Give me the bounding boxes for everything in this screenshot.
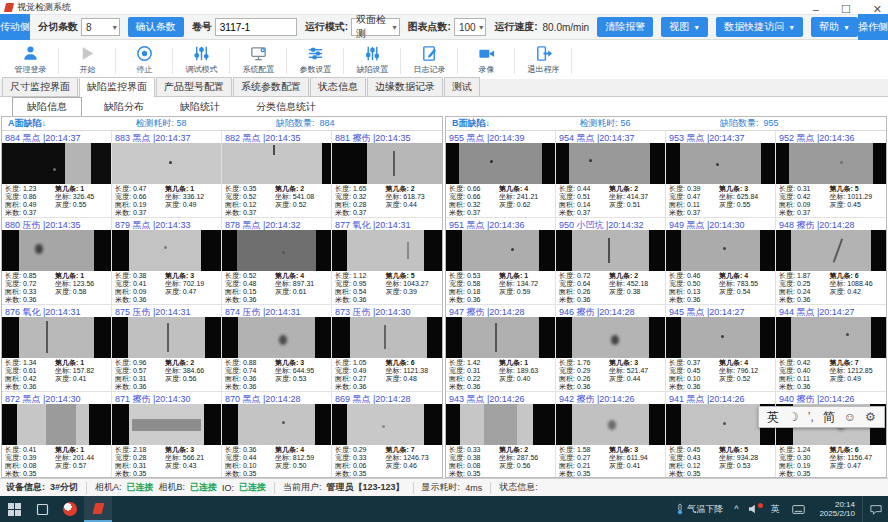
taskbar-weather-widget[interactable]: 气温下降: [670, 503, 729, 516]
roll-number-input[interactable]: [215, 18, 297, 36]
divider: [274, 482, 275, 494]
defect-cell[interactable]: 879 黑点 |20:14:33长度: 0.38宽度: 0.41面积: 0.09…: [112, 218, 222, 305]
image-edge: [761, 143, 775, 184]
image-edge: [776, 143, 789, 184]
start-button[interactable]: [0, 496, 28, 522]
image-edge: [871, 230, 886, 271]
subtab-classification-statistics[interactable]: 分类信息统计: [242, 98, 330, 116]
taskbar-app-browser[interactable]: [56, 496, 84, 522]
defect-settings-button[interactable]: 缺陷设置: [344, 42, 401, 78]
defect-cell[interactable]: 946 擦伤 |20:14:28长度: 1.76宽度: 0.29面积: 0.26…: [556, 305, 666, 392]
image-edge: [446, 404, 460, 445]
tab-size-monitor[interactable]: 尺寸监控界面: [2, 77, 78, 96]
data-quick-access-menu-button[interactable]: 数据快捷访问▼: [716, 17, 803, 37]
ime-simplified-toggle[interactable]: 简: [823, 409, 835, 426]
defect-cell[interactable]: 945 黑点 |20:14:27长度: 0.37宽度: 0.45面积: 0.10…: [666, 305, 776, 392]
defect-cell[interactable]: 953 黑点 |20:14:37长度: 0.39宽度: 0.47面积: 0.11…: [666, 131, 776, 218]
taskbar-clock[interactable]: 20:14 2025/2/10: [812, 500, 862, 518]
admin-login-button[interactable]: 管理登录: [2, 42, 59, 78]
subtab-defect-distribution[interactable]: 缺陷分布: [90, 98, 158, 116]
defect-cell[interactable]: 952 黑点 |20:14:36长度: 0.31宽度: 0.42面积: 0.09…: [776, 131, 886, 218]
tab-defect-monitor[interactable]: 缺陷监控界面: [79, 77, 155, 97]
defect-cell[interactable]: 878 黑点 |20:14:32长度: 0.52宽度: 0.48面积: 0.15…: [222, 218, 332, 305]
subtab-defect-statistics[interactable]: 缺陷统计: [166, 98, 234, 116]
emoji-icon[interactable]: ☺: [844, 410, 856, 424]
defect-cell[interactable]: 954 黑点 |20:14:37长度: 0.44宽度: 0.51面积: 0.14…: [556, 131, 666, 218]
defect-image: [332, 230, 442, 271]
split-count-select[interactable]: 8▾: [81, 18, 120, 36]
defect-cell[interactable]: 881 擦伤 |20:14:35长度: 1.65宽度: 0.32面积: 0.28…: [332, 131, 442, 218]
defect-cell[interactable]: 955 黑点 |20:14:39长度: 0.66宽度: 0.66面积: 0.32…: [446, 131, 556, 218]
gear-icon[interactable]: ⚙: [865, 410, 876, 424]
defect-cell[interactable]: 940 擦伤 |20:14:26长度: 1.24宽度: 0.30面积: 0.19…: [776, 392, 886, 478]
maximize-button[interactable]: ☐: [841, 4, 851, 15]
defect-image: [446, 317, 555, 358]
tab-status-info[interactable]: 状态信息: [310, 77, 366, 96]
stop-button[interactable]: 停止: [116, 42, 173, 78]
run-mode-select[interactable]: 双面检测▾: [351, 18, 399, 36]
defect-cell[interactable]: 949 黑点 |20:14:30长度: 0.46宽度: 0.50面积: 0.13…: [666, 218, 776, 305]
defect-cell[interactable]: 869 黑点 |20:14:28长度: 0.29宽度: 0.33面积: 0.06…: [332, 392, 442, 478]
volume-button[interactable]: [743, 504, 765, 514]
defect-cell[interactable]: 870 黑点 |20:14:28长度: 0.36宽度: 0.44面积: 0.10…: [222, 392, 332, 478]
defect-cell[interactable]: 875 压伤 |20:14:31长度: 0.96宽度: 0.57面积: 0.31…: [112, 305, 222, 392]
debug-mode-button[interactable]: 调试模式: [173, 42, 230, 78]
tab-system-param-config[interactable]: 系统参数配置: [233, 77, 309, 96]
defect-cell[interactable]: 947 擦伤 |20:14:28长度: 1.42宽度: 0.31面积: 0.22…: [446, 305, 556, 392]
defect-cell[interactable]: 951 黑点 |20:14:36长度: 0.53宽度: 0.58面积: 0.18…: [446, 218, 556, 305]
defect-cell[interactable]: 876 氧化 |20:14:31长度: 1.34宽度: 0.61面积: 0.42…: [2, 305, 112, 392]
defect-cell[interactable]: 950 小凹坑 |20:14:32长度: 0.72宽度: 0.64面积: 0.2…: [556, 218, 666, 305]
defect-cell[interactable]: 943 黑点 |20:14:26长度: 0.33宽度: 0.38面积: 0.08…: [446, 392, 556, 478]
start-button[interactable]: 开始: [59, 42, 116, 78]
operator-side-button[interactable]: 操作侧: [858, 14, 888, 40]
touch-keyboard-button[interactable]: [784, 496, 812, 522]
status-info-label: 状态信息:: [499, 481, 538, 494]
view-menu-button[interactable]: 视图▼: [661, 17, 708, 37]
recording-button[interactable]: 录像: [458, 42, 515, 78]
close-button[interactable]: ✕: [873, 4, 882, 15]
defect-cell[interactable]: 884 黑点 |20:14:37长度: 1.23宽度: 0.86面积: 0.49…: [2, 131, 112, 218]
defect-cell[interactable]: 883 黑点 |20:14:37长度: 0.47宽度: 0.66面积: 0.19…: [112, 131, 222, 218]
defect-cell[interactable]: 948 擦伤 |20:14:28长度: 1.87宽度: 0.25面积: 0.24…: [776, 218, 886, 305]
ime-lang-toggle[interactable]: 英: [767, 409, 779, 426]
taskbar-app-inspection[interactable]: [84, 496, 112, 522]
defect-cell-title: 948 擦伤 |20:14:28: [776, 218, 886, 230]
defect-cell[interactable]: 871 擦伤 |20:14:30长度: 2.18宽度: 0.28面积: 0.31…: [112, 392, 222, 478]
subtab-defect-info[interactable]: 缺陷信息: [12, 97, 82, 117]
defect-cell[interactable]: 944 黑点 |20:14:27长度: 0.42宽度: 0.40面积: 0.11…: [776, 305, 886, 392]
parameter-settings-button[interactable]: 参数设置: [287, 42, 344, 78]
clear-alarm-button[interactable]: 清除报警: [597, 17, 653, 37]
confirm-count-button[interactable]: 确认条数: [128, 17, 184, 37]
defect-mark: [384, 325, 386, 349]
moon-icon[interactable]: ☽: [788, 410, 799, 424]
action-center-button[interactable]: [862, 496, 888, 522]
defect-cell-title: 880 压伤 |20:14:35: [2, 218, 111, 230]
defect-meta: 长度: 0.88宽度: 0.74面积: 0.36米数: 0.36第几条: 3坐标…: [222, 358, 331, 391]
exit-program-button[interactable]: 退出程序: [515, 42, 572, 78]
tab-product-model-config[interactable]: 产品型号配置: [156, 77, 232, 96]
defect-cell[interactable]: 942 擦伤 |20:14:26长度: 1.58宽度: 0.27面积: 0.21…: [556, 392, 666, 478]
log-record-button[interactable]: 日志记录: [401, 42, 458, 78]
defect-cell[interactable]: 882 黑点 |20:14:35长度: 0.35宽度: 0.52面积: 0.12…: [222, 131, 332, 218]
ime-punct-toggle[interactable]: ’,: [808, 410, 814, 424]
keyboard-icon: [792, 503, 805, 516]
chart-points-select[interactable]: 100▾: [454, 18, 486, 36]
tray-expand-button[interactable]: ^: [729, 504, 743, 514]
ime-language-indicator[interactable]: 英: [765, 503, 784, 516]
help-menu-button[interactable]: 帮助▼: [811, 17, 858, 37]
defect-cell[interactable]: 874 压伤 |20:14:31长度: 0.88宽度: 0.74面积: 0.36…: [222, 305, 332, 392]
drive-side-button[interactable]: 传动侧: [0, 14, 30, 40]
tab-edge-data-record[interactable]: 边缘数据记录: [367, 77, 443, 96]
defect-cell[interactable]: 873 压伤 |20:14:30长度: 1.05宽度: 0.49面积: 0.27…: [332, 305, 442, 392]
minimize-button[interactable]: –: [813, 4, 819, 15]
defect-mark: [490, 160, 493, 163]
task-view-button[interactable]: [28, 496, 56, 522]
defect-cell[interactable]: 872 黑点 |20:14:30长度: 0.41宽度: 0.39面积: 0.08…: [2, 392, 112, 478]
defect-cell[interactable]: 941 黑点 |20:14:26长度: 0.45宽度: 0.43面积: 0.12…: [666, 392, 776, 478]
system-config-button[interactable]: 系统配置: [230, 42, 287, 78]
image-edge: [222, 230, 237, 271]
defect-cell[interactable]: 880 压伤 |20:14:35长度: 0.85宽度: 0.72面积: 0.33…: [2, 218, 112, 305]
defect-cell[interactable]: 877 氧化 |20:14:31长度: 1.12宽度: 0.95面积: 0.54…: [332, 218, 442, 305]
tab-test[interactable]: 测试: [444, 77, 480, 96]
defect-meta: 长度: 1.34宽度: 0.61面积: 0.42米数: 0.36第几条: 1坐标…: [2, 358, 111, 391]
